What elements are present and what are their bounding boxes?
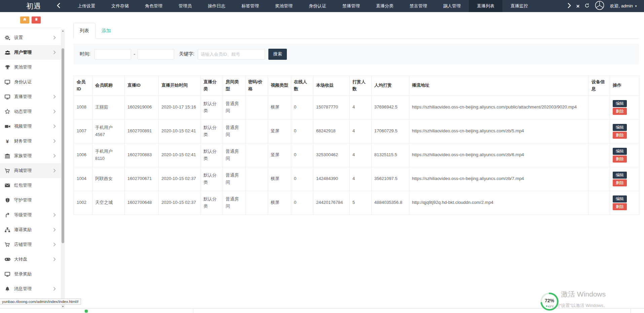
tab-add[interactable]: 添加 bbox=[96, 23, 117, 38]
nav-item-7[interactable]: 奖池管理 bbox=[267, 0, 301, 12]
sidebar-scrollbar[interactable]: ▲ ▼ bbox=[61, 29, 65, 308]
table-cell: 2020-10-15 02:37 bbox=[159, 167, 201, 191]
sidebar-item-label: 守护管理 bbox=[14, 197, 32, 203]
sidebar-item-3[interactable]: 奖池管理 bbox=[0, 60, 61, 75]
nav-item-12[interactable]: 踢人管理 bbox=[435, 0, 469, 12]
nav-scroll-left-button[interactable] bbox=[56, 3, 60, 10]
nav-item-11[interactable]: 禁言管理 bbox=[402, 0, 435, 12]
sidebar-item-12[interactable]: 守护管理 bbox=[0, 193, 61, 208]
sidebar-item-10[interactable]: 商城管理 bbox=[0, 163, 61, 178]
edit-button[interactable]: 编辑 bbox=[613, 148, 627, 155]
edit-button[interactable]: 编辑 bbox=[613, 124, 627, 131]
table-cell: 2020-10-15 02:41 bbox=[159, 119, 201, 143]
table-cell: 默认分类 bbox=[201, 191, 223, 215]
sidebar-item-11[interactable]: 红包管理 bbox=[0, 178, 61, 193]
refresh-icon[interactable] bbox=[584, 3, 590, 9]
trash-button[interactable] bbox=[32, 16, 41, 24]
keyword-input[interactable] bbox=[198, 49, 265, 59]
column-header-11: 打赏人数 bbox=[350, 76, 372, 96]
sidebar-item-6[interactable]: 动态管理 bbox=[0, 104, 61, 119]
sidebar-item-2[interactable]: 用户管理 bbox=[0, 45, 61, 60]
close-tabs-icon[interactable]: × bbox=[576, 3, 580, 9]
sidebar-item-label: 奖池管理 bbox=[14, 64, 32, 70]
sidebar-item-label: 消息管理 bbox=[14, 286, 32, 292]
nav-item-2[interactable]: 文件存储 bbox=[103, 0, 137, 12]
sidebar-item-7[interactable]: 视频管理 bbox=[0, 119, 61, 134]
delete-button[interactable]: 删除 bbox=[613, 179, 627, 186]
main-content: 列表 添加 时间: - 关键字: 搜索 会员ID会员昵称直播ID直播开始时间直播… bbox=[65, 12, 644, 308]
delete-button[interactable]: 删除 bbox=[613, 155, 627, 163]
time-end-input[interactable] bbox=[138, 49, 174, 59]
scrollbar-down-icon[interactable]: ▼ bbox=[61, 305, 65, 308]
table-cell: 81325115.5 bbox=[372, 143, 409, 167]
shield-icon bbox=[4, 197, 11, 204]
home-button[interactable] bbox=[20, 16, 29, 24]
nav-item-14[interactable]: 直播监控 bbox=[502, 0, 536, 12]
tab-list[interactable]: 列表 bbox=[73, 23, 96, 39]
avatar-icon[interactable] bbox=[595, 0, 605, 12]
edit-button[interactable]: 编辑 bbox=[613, 172, 627, 179]
delete-button[interactable]: 删除 bbox=[613, 108, 627, 115]
table-cell: 325300462 bbox=[313, 143, 350, 167]
table-cell: 手机用户8110 bbox=[92, 143, 125, 167]
chevron-right-icon bbox=[53, 109, 56, 114]
sidebar-item-1[interactable]: 设置 bbox=[0, 30, 61, 45]
scrollbar-up-icon[interactable]: ▲ bbox=[61, 30, 65, 32]
edit-button[interactable]: 编辑 bbox=[613, 195, 627, 203]
delete-button[interactable]: 删除 bbox=[613, 132, 627, 139]
nav-item-5[interactable]: 操作日志 bbox=[200, 0, 233, 12]
delete-button[interactable]: 删除 bbox=[613, 203, 627, 210]
edit-button[interactable]: 编辑 bbox=[613, 100, 627, 107]
chevron-right-icon bbox=[53, 154, 56, 158]
level-up-icon bbox=[4, 212, 11, 218]
table-cell: 4 bbox=[350, 143, 372, 167]
sidebar-item-4[interactable]: 身份认证 bbox=[0, 75, 61, 89]
nav-item-6[interactable]: 标签管理 bbox=[233, 0, 267, 12]
sidebar-item-15[interactable]: 店铺管理 bbox=[0, 237, 61, 252]
column-header-7: 密码/价格 bbox=[245, 76, 268, 96]
nav-item-13[interactable]: 直播列表 bbox=[469, 0, 502, 12]
sidebar-item-label: 等级管理 bbox=[14, 212, 32, 218]
nav-item-9[interactable]: 禁播管理 bbox=[334, 0, 368, 12]
gauge-temp-text: 43°C bbox=[548, 305, 554, 308]
nav-item-10[interactable]: 直播分类 bbox=[368, 0, 402, 12]
cart-icon bbox=[4, 241, 11, 248]
chevron-right-icon bbox=[53, 213, 56, 217]
tab-bar: 列表 添加 bbox=[73, 23, 639, 39]
table-cell: 4 bbox=[350, 119, 372, 143]
table-cell: 4 bbox=[350, 167, 372, 191]
search-button[interactable]: 搜索 bbox=[268, 49, 287, 60]
star-icon bbox=[4, 108, 11, 115]
sidebar-item-13[interactable]: 等级管理 bbox=[0, 208, 61, 222]
nav-item-4[interactable]: 管理员 bbox=[171, 0, 200, 12]
table-cell: 默认分类 bbox=[201, 167, 223, 191]
table-cell: 手机用户4567 bbox=[92, 119, 125, 143]
sidebar-item-16[interactable]: 大转盘 bbox=[0, 252, 61, 267]
table-cell bbox=[589, 143, 610, 167]
column-header-2: 会员昵称 bbox=[92, 76, 125, 96]
sidebar-item-label: 邀请奖励 bbox=[14, 227, 32, 233]
table-cell: 普通房间 bbox=[223, 143, 245, 167]
welcome-user-menu[interactable]: 欢迎, admin ▼ bbox=[610, 3, 637, 9]
caret-down-icon: ▼ bbox=[635, 5, 637, 8]
column-header-15: 操作 bbox=[610, 76, 639, 96]
sidebar-item-9[interactable]: 家族管理 bbox=[0, 148, 61, 163]
nav-scroll-right-button[interactable] bbox=[568, 3, 571, 10]
table-cell: 1602700891 bbox=[125, 119, 159, 143]
scrollbar-thumb[interactable] bbox=[62, 48, 64, 243]
sidebar-item-18[interactable]: 消息管理 bbox=[0, 281, 61, 296]
sidebar-item-8[interactable]: ¥财务管理 bbox=[0, 134, 61, 148]
sidebar-item-5[interactable]: 直播管理 bbox=[0, 89, 61, 104]
column-header-1: 会员ID bbox=[74, 76, 92, 96]
sidebar-item-17[interactable]: 登录奖励 bbox=[0, 267, 61, 281]
nav-item-8[interactable]: 身份认证 bbox=[301, 0, 334, 12]
nav-item-3[interactable]: 角色管理 bbox=[137, 0, 171, 12]
table-cell-actions: 编辑删除 bbox=[610, 95, 639, 119]
users-icon bbox=[4, 49, 11, 56]
table-cell: 天空之城 bbox=[92, 191, 125, 215]
table-row: 1002天空之城16027006482020-10-15 02:37默认分类普通… bbox=[74, 191, 639, 215]
time-start-input[interactable] bbox=[94, 49, 131, 59]
chevron-right-icon bbox=[53, 50, 56, 54]
sidebar-item-14[interactable]: 邀请奖励 bbox=[0, 222, 61, 237]
nav-item-1[interactable]: 上传设置 bbox=[70, 0, 103, 12]
